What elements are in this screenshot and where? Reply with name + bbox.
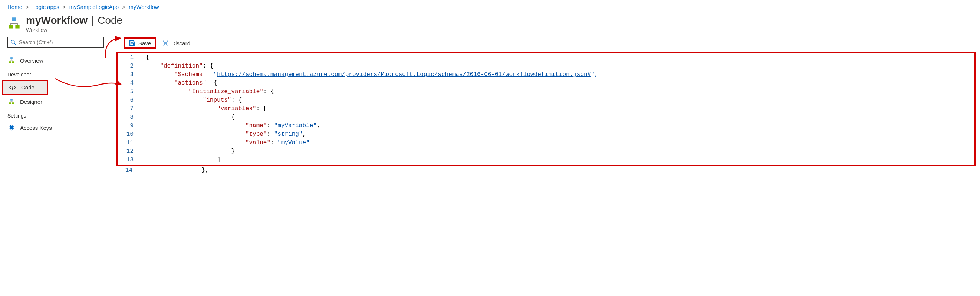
discard-button[interactable]: Discard xyxy=(159,38,194,48)
page-header: myWorkflow | Code ··· Workflow xyxy=(0,11,980,37)
breadcrumb-app[interactable]: mySampleLogicApp xyxy=(69,4,119,10)
breadcrumb-workflow[interactable]: myWorkflow xyxy=(129,4,159,10)
title-divider: | xyxy=(91,14,94,26)
search-input-wrap[interactable] xyxy=(8,37,104,48)
sidebar-heading-developer: Developer xyxy=(0,67,111,80)
breadcrumb-logicapps[interactable]: Logic apps xyxy=(32,4,59,10)
code-content[interactable]: }, xyxy=(138,166,980,175)
discard-label: Discard xyxy=(171,40,190,46)
svg-point-3 xyxy=(11,40,14,43)
save-button[interactable]: Save xyxy=(124,37,156,49)
svg-rect-1 xyxy=(8,25,13,29)
code-editor-highlight: 12345678910111213 { "definition": { "$sc… xyxy=(116,52,975,166)
refresh-icon xyxy=(8,124,15,131)
workflow-icon xyxy=(8,57,15,64)
breadcrumb-sep: > xyxy=(25,4,29,10)
search-icon xyxy=(11,40,16,45)
line-gutter: 14 xyxy=(116,166,138,175)
save-label: Save xyxy=(138,40,151,46)
page-subtitle: Workflow xyxy=(26,27,135,33)
toolbar: Save Discard xyxy=(115,37,980,52)
svg-rect-14 xyxy=(130,41,133,43)
svg-rect-9 xyxy=(10,99,13,100)
sidebar-item-label: Overview xyxy=(20,57,43,64)
svg-rect-11 xyxy=(12,102,14,104)
breadcrumb-home[interactable]: Home xyxy=(8,4,22,10)
breadcrumb-sep: > xyxy=(122,4,126,10)
sidebar: Overview Developer Code xyxy=(0,37,115,134)
line-gutter: 12345678910111213 xyxy=(118,53,139,164)
main-pane: Save Discard 12345678910111213 { "defini… xyxy=(115,37,980,175)
svg-line-4 xyxy=(14,43,16,45)
svg-rect-5 xyxy=(10,57,13,59)
sidebar-heading-settings: Settings xyxy=(0,108,111,121)
sidebar-item-label: Access Keys xyxy=(20,125,52,131)
workflow-icon xyxy=(8,98,15,105)
code-content[interactable]: { "definition": { "$schema": "https://sc… xyxy=(139,53,974,164)
code-editor[interactable]: 12345678910111213 { "definition": { "$sc… xyxy=(118,53,974,164)
sidebar-item-code[interactable]: Code xyxy=(3,81,47,94)
sidebar-item-overview[interactable]: Overview xyxy=(0,54,111,67)
svg-rect-0 xyxy=(12,18,16,21)
more-button[interactable]: ··· xyxy=(129,18,135,25)
svg-rect-2 xyxy=(15,25,19,29)
close-icon xyxy=(162,40,169,46)
svg-line-8 xyxy=(12,85,13,90)
breadcrumb-sep: > xyxy=(63,4,66,10)
save-icon xyxy=(129,40,135,46)
workflow-icon xyxy=(8,17,21,30)
sidebar-item-accesskeys[interactable]: Access Keys xyxy=(0,121,111,134)
svg-rect-6 xyxy=(9,61,11,63)
code-editor-extra[interactable]: 14 }, xyxy=(116,166,980,175)
page-section: Code xyxy=(97,14,123,26)
page-title: myWorkflow xyxy=(26,14,88,26)
svg-rect-15 xyxy=(130,43,133,45)
code-icon xyxy=(9,84,16,91)
svg-rect-10 xyxy=(9,102,11,104)
sidebar-item-designer[interactable]: Designer xyxy=(0,95,111,108)
svg-rect-7 xyxy=(12,61,14,63)
search-input[interactable] xyxy=(19,39,100,45)
breadcrumb: Home > Logic apps > mySampleLogicApp > m… xyxy=(0,0,980,11)
sidebar-item-label: Designer xyxy=(20,99,42,105)
sidebar-item-label: Code xyxy=(21,84,35,91)
